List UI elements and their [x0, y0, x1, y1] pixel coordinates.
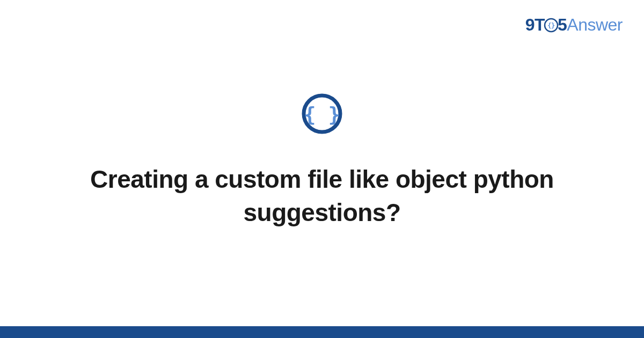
svg-text:{ }: { } [304, 102, 341, 126]
page-title: Creating a custom file like object pytho… [43, 163, 601, 229]
code-braces-icon: { } [301, 93, 343, 137]
main-content: { } Creating a custom file like object p… [0, 0, 644, 338]
bottom-accent-bar [0, 326, 644, 338]
